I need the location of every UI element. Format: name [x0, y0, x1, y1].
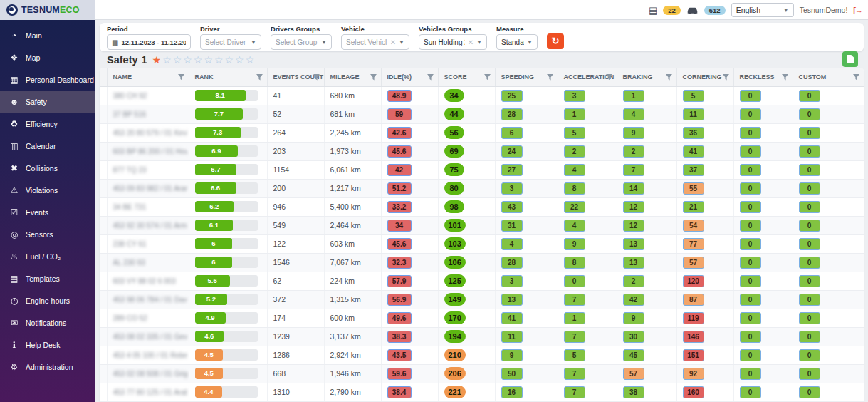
table-row[interactable]: 603 VY 88 02 6 0035.662224 km57.91253021… — [100, 272, 864, 290]
refresh-button[interactable]: ↻ — [547, 34, 564, 49]
language-select[interactable]: English ▼ — [731, 3, 794, 17]
sidebar-item-main[interactable]: ◔Main — [0, 24, 95, 46]
column-header-rank[interactable]: RANK — [189, 68, 267, 86]
idle-badge: 45.6 — [387, 238, 412, 250]
star-outline-icon[interactable]: ☆ — [162, 54, 172, 66]
filter-funnel-icon[interactable] — [256, 74, 263, 82]
drivers-groups-select[interactable]: Select Group ▼ — [271, 34, 332, 50]
clear-icon[interactable]: ✕ — [468, 38, 474, 46]
blurred-name-text: 34 BE 731 — [113, 203, 147, 211]
star-rating-filter[interactable]: ★☆☆☆☆☆☆☆☆☆ — [152, 54, 256, 66]
column-header-acceleration[interactable]: ACCELERATION — [558, 68, 617, 86]
acceleration-badge: 22 — [564, 201, 585, 213]
table-row[interactable]: AL 230 93615467,067 km32.3106288135700 — [100, 253, 864, 272]
table-row[interactable]: 877 TQ 236.711546,061 km427527473700 — [100, 160, 864, 179]
column-header-mileage[interactable]: MILEAGE — [324, 68, 381, 86]
measure-select[interactable]: Standard ▼ — [496, 34, 538, 50]
column-header-speeding[interactable]: SPEEDING — [495, 68, 558, 86]
vehicles-groups-select[interactable]: Sun Holding 2 ✕ ▼ — [419, 34, 487, 50]
filter-funnel-icon[interactable] — [370, 74, 377, 82]
table-row[interactable]: 453 4 05 100 / 01 Robert Petrosyan4.5128… — [100, 346, 864, 364]
logo[interactable]: TESNUMECO — [0, 0, 95, 20]
filter-funnel-icon[interactable] — [782, 74, 788, 82]
table-row[interactable]: 453 98 06 784 / 01 Davit Chorban...5.237… — [100, 290, 864, 309]
driver-select[interactable]: Select Driver ▼ — [200, 34, 261, 50]
sidebar-item-templates[interactable]: ▤Templates — [0, 267, 95, 289]
table-row[interactable]: 34 BE 7316.29465,400 km33.2984322122100 — [100, 197, 864, 216]
column-header-braking[interactable]: BRAKING — [617, 68, 676, 86]
sidebar-item-help-desk[interactable]: ℹHelp Desk — [0, 334, 95, 356]
sidebar-item-engine-hours[interactable]: ◷Engine hours — [0, 289, 95, 311]
filter-funnel-icon[interactable] — [723, 74, 729, 82]
reckless-cell: 0 — [733, 290, 793, 309]
table-row[interactable]: 289 CO 524.9174600 km49.6170411911900 — [100, 309, 864, 327]
column-header-cornering[interactable]: CORNERING — [676, 68, 733, 86]
table-row[interactable]: 380 CH 928.141680 km48.9342531500 — [100, 86, 864, 105]
vehicle-select[interactable]: Select Vehicle ✕ ▼ — [341, 34, 409, 50]
star-outline-icon[interactable]: ☆ — [214, 54, 224, 66]
table-row[interactable]: 238 CY 616122603 km45.610349137700 — [100, 234, 864, 253]
sidebar-item-violations[interactable]: ⚠Violations — [0, 179, 95, 201]
sidebar-item-collisions[interactable]: ✖Collisions — [0, 157, 95, 179]
chevron-down-icon: ▼ — [476, 39, 482, 46]
star-outline-icon[interactable]: ☆ — [194, 54, 204, 66]
vehicle-car-icon[interactable] — [686, 6, 699, 14]
star-outline-icon[interactable]: ☆ — [204, 54, 214, 66]
sidebar-item-personal-dashboard[interactable]: ▦Personal Dashboard — [0, 68, 95, 91]
table-row[interactable]: 453 20 80 579 / 01 Kevin Hedeliyev7.3264… — [100, 123, 864, 142]
speeding-badge: 25 — [501, 90, 523, 102]
rank-bar-fill: 6.2 — [195, 201, 234, 212]
column-header-name[interactable]: NAME — [107, 68, 189, 86]
logout-icon[interactable]: [→ — [853, 6, 862, 14]
star-outline-icon[interactable]: ☆ — [235, 54, 245, 66]
star-outline-icon[interactable]: ☆ — [225, 54, 235, 66]
sidebar-item-notifications[interactable]: ✉Notifications — [0, 311, 95, 334]
sidebar-item-fuel-co[interactable]: ♨Fuel / CO₂ — [0, 245, 95, 267]
column-header-reckless[interactable]: RECKLESS — [733, 68, 793, 86]
table-row[interactable]: 453 02 08 508 / 01 Grigor Haloufty...4.5… — [100, 364, 864, 383]
star-outline-icon[interactable]: ☆ — [183, 54, 193, 66]
star-outline-icon[interactable]: ☆ — [173, 54, 183, 66]
table-row[interactable]: 453 09 83 982 / 01 Aram Shahnaz...6.6200… — [100, 179, 864, 197]
filter-funnel-icon[interactable] — [427, 74, 434, 82]
period-input[interactable]: ▦ 12.11.2023 - 11.12.2023 — [107, 34, 191, 50]
custom-cell: 0 — [793, 253, 864, 272]
sidebar-item-sensors[interactable]: ◎Sensors — [0, 223, 95, 245]
sidebar-item-map[interactable]: ❖Map — [0, 46, 95, 68]
info-circle-icon: ℹ — [9, 340, 19, 350]
vehicle-count-badge[interactable]: 612 — [704, 6, 726, 15]
star-filled-icon[interactable]: ★ — [152, 54, 162, 66]
table-row[interactable]: 453 77 80 125 / 01 Arab Hachanne...4.413… — [100, 383, 864, 401]
reckless-badge: 0 — [740, 294, 761, 306]
driver-count-badge[interactable]: 22 — [663, 6, 681, 15]
filter-funnel-icon[interactable] — [853, 74, 859, 82]
rank-cell: 4.4 — [189, 383, 267, 401]
table-row[interactable]: 453 08 02 335 / 01 Gevorg Chorba...4.612… — [100, 327, 864, 346]
filter-funnel-icon[interactable] — [606, 74, 612, 82]
table-row[interactable]: 37 BP 5167.752681 km594428141100 — [100, 105, 864, 123]
table-row[interactable]: 603 BP 86 200 / 01 Hovhannes Te...6.9203… — [100, 142, 864, 160]
filter-funnel-icon[interactable] — [313, 74, 320, 82]
table-row[interactable]: 453 92 30 574 / 01 Arman Karlenyan6.1549… — [100, 216, 864, 234]
export-button[interactable] — [842, 51, 858, 67]
column-header-idle[interactable]: IDLE(%) — [381, 68, 438, 86]
driver-card-icon[interactable]: ▤ — [649, 6, 657, 15]
rank-bar-fill: 4.5 — [195, 349, 224, 361]
sidebar-item-calendar[interactable]: ▥Calendar — [0, 135, 95, 157]
sidebar-item-events[interactable]: ☑Events — [0, 201, 95, 223]
sidebar-item-administration[interactable]: ⚙Administration — [0, 356, 95, 378]
filter-funnel-icon[interactable] — [484, 74, 491, 82]
filter-funnel-icon[interactable] — [178, 74, 184, 82]
acceleration-cell: 9 — [558, 234, 617, 253]
column-header-custom[interactable]: CUSTOM — [793, 68, 864, 86]
clear-icon[interactable]: ✕ — [390, 38, 396, 46]
user-name[interactable]: TesnumDemo! — [800, 6, 848, 14]
column-header-score[interactable]: SCORE — [438, 68, 495, 86]
star-outline-icon[interactable]: ☆ — [246, 54, 256, 66]
filter-funnel-icon[interactable] — [666, 74, 672, 82]
sidebar-item-safety[interactable]: ☻Safety — [0, 91, 95, 113]
sidebar-item-efficiency[interactable]: ♻Efficiency — [0, 113, 95, 135]
filter-funnel-icon[interactable] — [547, 74, 553, 82]
rank-bar-fill: 6.7 — [195, 164, 237, 175]
column-header-events-count[interactable]: EVENTS COUNT — [267, 68, 324, 86]
